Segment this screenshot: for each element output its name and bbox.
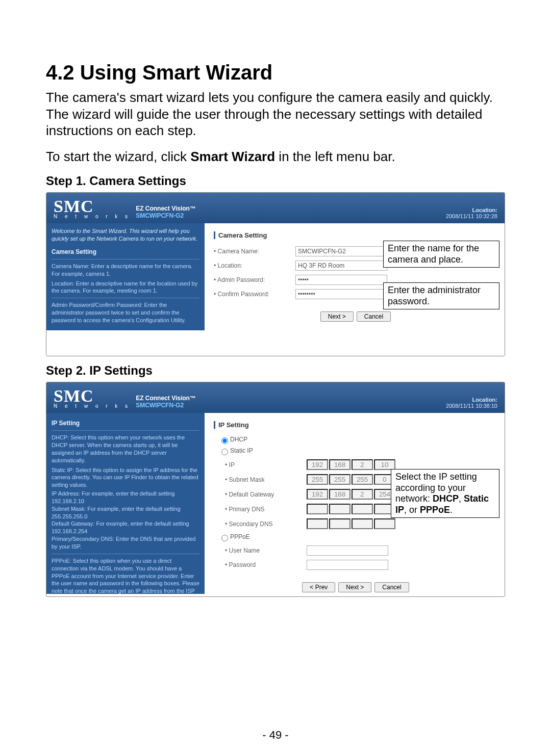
panel-header: SMC N e t w o r k s EZ Connect Vision™ S… [46, 193, 505, 223]
divider [52, 430, 199, 431]
side-intro: Welcome to the Smart Wizard. This wizard… [52, 227, 199, 243]
callout-b3: PPPoE [420, 505, 450, 515]
prev-button[interactable]: < Prev [302, 582, 335, 592]
sidebar-help: IP Setting DHCP: Select this option when… [46, 413, 205, 594]
para2-bold: Smart Wizard [190, 149, 275, 164]
side-help-password: Admin Password/Confirm Password: Enter t… [52, 301, 199, 324]
label-password: Password [225, 561, 307, 568]
username-input[interactable] [307, 545, 388, 556]
callout-ip-setting: Select the IP setting according to your … [391, 469, 499, 518]
side-section-title: Camera Setting [52, 248, 199, 256]
label-gateway: Default Gateway [225, 491, 307, 498]
pdns-octet-3[interactable] [352, 504, 373, 514]
intro-paragraph-2: To start the wizard, click Smart Wizard … [46, 148, 505, 165]
label-confirm-password: Confirm Password: [214, 291, 295, 298]
callout-name-place: Enter the name for the camera and place. [383, 241, 499, 268]
page-number: - 49 - [0, 728, 551, 742]
brand-logo: SMC N e t w o r k s [54, 198, 131, 219]
para2-post: in the left menu bar. [275, 149, 395, 164]
location-input[interactable] [295, 260, 387, 271]
cancel-button[interactable]: Cancel [357, 311, 391, 322]
brand-smc: SMC [54, 198, 131, 215]
label-location: Location: [214, 262, 295, 269]
sdns-octet-1[interactable] [307, 518, 328, 529]
brand-tagline: EZ Connect Vision™ SMCWIPCFN-G2 [136, 395, 196, 409]
confirm-password-input[interactable] [295, 289, 387, 299]
brand-smc: SMC [54, 387, 131, 405]
label-dhcp: DHCP [230, 436, 247, 443]
label-pppoe: PPPoE [230, 533, 250, 540]
side-help-subnet: Subnet Mask: For example, enter the defa… [52, 505, 199, 520]
ip-settings-screenshot: SMC N e t w o r k s EZ Connect Vision™ S… [46, 382, 505, 597]
password-input[interactable] [307, 560, 388, 570]
divider [52, 259, 199, 259]
admin-password-input[interactable] [295, 275, 387, 285]
divider [52, 554, 199, 554]
static-ip-radio[interactable] [221, 449, 228, 455]
callout-admin-password: Enter the administrator password. [383, 282, 499, 309]
cancel-button[interactable]: Cancel [374, 582, 409, 592]
label-static-ip: Static IP [230, 447, 253, 454]
side-help-location: Location: Enter a descriptive name for t… [52, 280, 199, 295]
label-secondary-dns: Secondary DNS [225, 520, 307, 528]
camera-settings-screenshot: SMC N e t w o r k s EZ Connect Vision™ S… [46, 192, 505, 356]
intro-paragraph-1: The camera's smart wizard lets you confi… [46, 89, 505, 139]
step2-title: Step 2. IP Settings [46, 363, 505, 378]
loc-value: 2008/11/11 10:32:28 [446, 213, 497, 219]
pdns-octet-1[interactable] [307, 504, 328, 514]
gw-octet-2[interactable] [329, 489, 350, 500]
pdns-octet-2[interactable] [329, 504, 350, 514]
tag-line1: EZ Connect Vision™ [136, 205, 196, 212]
mask-octet-3[interactable] [352, 474, 373, 485]
tag-line1: EZ Connect Vision™ [136, 395, 196, 402]
label-primary-dns: Primary DNS [225, 506, 307, 513]
side-help-static: Static IP: Select this option to assign … [52, 466, 199, 489]
callout-post: . [450, 505, 453, 515]
tag-line2: SMCWIPCFN-G2 [136, 212, 196, 219]
side-help-dns: Primary/Secondary DNS: Enter the DNS tha… [52, 535, 199, 551]
callout-m1: , [459, 493, 464, 504]
sdns-octet-3[interactable] [352, 518, 373, 529]
ip-octet-4[interactable] [374, 459, 395, 470]
step1-title: Step 1. Camera Settings [46, 174, 505, 188]
side-section-title: IP Setting [52, 419, 199, 427]
side-help-dhcp: DHCP: Select this option when your netwo… [52, 434, 199, 464]
gw-octet-3[interactable] [352, 489, 373, 500]
side-help-pppoe: PPPoE: Select this option when you use a… [52, 557, 199, 597]
side-help-camera-name: Camera Name: Enter a descriptive name fo… [52, 263, 199, 278]
camera-name-input[interactable] [295, 246, 387, 256]
ip-octet-3[interactable] [352, 459, 373, 470]
pppoe-radio[interactable] [221, 535, 228, 541]
ip-octet-1[interactable] [307, 459, 328, 470]
next-button[interactable]: Next > [338, 582, 371, 592]
main-form: Camera Setting Camera Name: Location: Ad… [205, 223, 505, 330]
brand-logo: SMC N e t w o r k s [54, 387, 131, 409]
loc-label: Location: [446, 207, 497, 213]
location-stamp: Location: 2008/11/11 10:38:10 [446, 397, 497, 409]
label-camera-name: Camera Name: [214, 248, 295, 255]
gw-octet-1[interactable] [307, 489, 328, 500]
dhcp-radio[interactable] [221, 437, 228, 444]
callout-m2: , or [404, 505, 420, 515]
form-title: Camera Setting [214, 231, 497, 239]
label-username: User Name [225, 547, 307, 554]
sdns-octet-2[interactable] [329, 518, 350, 529]
side-help-ip-address: IP Address: For example, enter the defau… [52, 490, 199, 505]
tag-line2: SMCWIPCFN-G2 [136, 402, 196, 409]
loc-label: Location: [446, 397, 497, 403]
loc-value: 2008/11/11 10:38:10 [446, 403, 497, 409]
mask-octet-2[interactable] [329, 474, 350, 485]
brand-tagline: EZ Connect Vision™ SMCWIPCFN-G2 [136, 205, 196, 219]
ip-octet-2[interactable] [329, 459, 350, 470]
brand-networks: N e t w o r k s [54, 214, 131, 219]
sdns-octet-4[interactable] [374, 518, 395, 529]
next-button[interactable]: Next > [320, 311, 354, 322]
mask-octet-1[interactable] [307, 474, 328, 485]
location-stamp: Location: 2008/11/11 10:32:28 [446, 207, 497, 219]
side-help-gateway: Default Gateway: For example, enter the … [52, 520, 199, 535]
divider [52, 298, 199, 298]
para2-pre: To start the wizard, click [46, 149, 190, 164]
label-subnet-mask: Subnet Mask [225, 476, 307, 483]
label-admin-password: Admin Password: [214, 276, 295, 283]
sidebar-help: Welcome to the Smart Wizard. This wizard… [46, 223, 205, 330]
